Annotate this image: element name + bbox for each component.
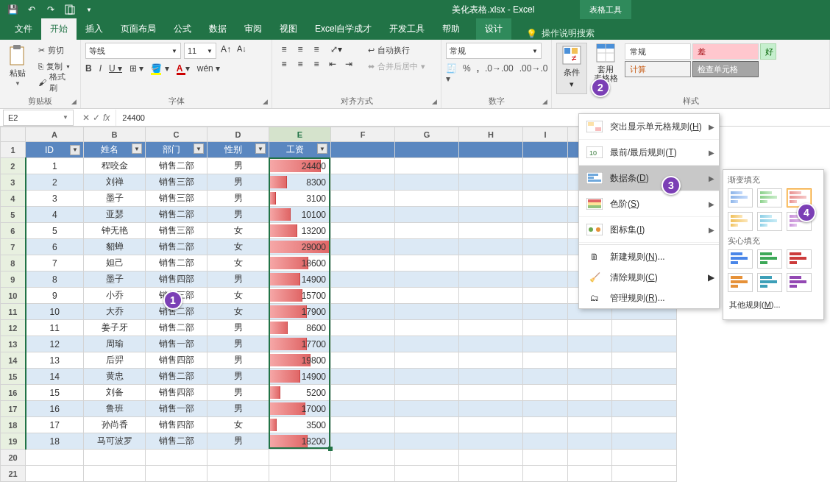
merge-button[interactable]: ⬌ 合并后居中 ▾ [363, 59, 430, 74]
underline-button[interactable]: U ▾ [109, 63, 122, 74]
tab-insert[interactable]: 插入 [77, 18, 112, 40]
cell[interactable] [331, 207, 395, 223]
cell[interactable]: 1 [26, 158, 84, 174]
tab-review[interactable]: 审阅 [235, 18, 271, 40]
touch-icon[interactable] [60, 0, 79, 19]
cell[interactable] [395, 417, 459, 433]
cell[interactable] [459, 174, 523, 191]
row-header-17[interactable]: 17 [1, 401, 26, 417]
cell[interactable]: 男 [208, 191, 269, 207]
cell[interactable] [331, 385, 395, 401]
tab-formulas[interactable]: 公式 [165, 18, 200, 40]
cell[interactable] [459, 417, 523, 433]
cf-databar-item[interactable]: 数据条(D)▶ [579, 166, 719, 191]
cell[interactable]: 妲己 [84, 255, 146, 271]
cell[interactable] [459, 450, 523, 466]
bold-button[interactable]: B [85, 63, 92, 74]
cell[interactable] [84, 466, 146, 482]
cell[interactable] [395, 255, 459, 271]
cell[interactable]: 钟无艳 [84, 223, 146, 239]
cell[interactable]: 鲁班 [84, 401, 146, 417]
cell[interactable] [26, 466, 84, 482]
cell[interactable] [523, 369, 568, 385]
comma-icon[interactable]: , [477, 63, 479, 84]
cell[interactable] [395, 369, 459, 385]
row-header-2[interactable]: 2 [1, 158, 26, 174]
align-center-icon[interactable]: ≡ [293, 57, 308, 71]
cell[interactable]: 刘禅 [84, 174, 146, 191]
cell[interactable] [612, 369, 677, 385]
cancel-icon[interactable]: ✕ [82, 113, 90, 123]
cut-button[interactable]: ✂ 剪切 [34, 43, 76, 57]
col-header-A[interactable]: A [26, 127, 84, 142]
col-header-G[interactable]: G [395, 127, 459, 142]
cell-salary[interactable]: 13200 [269, 223, 331, 239]
row-header-6[interactable]: 6 [1, 223, 26, 239]
cell[interactable] [523, 288, 568, 304]
cell[interactable]: 销售二部 [146, 369, 208, 385]
qa-customize-icon[interactable]: ▼ [79, 0, 99, 19]
cell[interactable]: 16 [26, 401, 84, 417]
cell[interactable] [84, 450, 146, 466]
italic-button[interactable]: I [99, 63, 102, 74]
cell[interactable] [568, 417, 612, 433]
cell-salary[interactable]: 14900 [269, 369, 331, 385]
font-size-select[interactable]: 11▼ [184, 43, 216, 59]
filter-icon[interactable]: ▼ [70, 145, 80, 155]
cell[interactable] [523, 174, 568, 191]
cell[interactable] [331, 417, 395, 433]
cell[interactable]: 销售一部 [146, 401, 208, 417]
cell[interactable]: 女 [208, 304, 269, 320]
cell[interactable]: 男 [208, 320, 269, 336]
cell[interactable] [612, 450, 677, 466]
cell[interactable] [331, 142, 395, 158]
border-button[interactable]: ⊞ ▾ [130, 63, 143, 74]
cell-salary[interactable]: 15700 [269, 288, 331, 304]
align-right-icon[interactable]: ≡ [309, 57, 324, 71]
indent-dec-icon[interactable]: ⇤ [325, 57, 340, 71]
cell[interactable] [331, 174, 395, 191]
row-header-4[interactable]: 4 [1, 191, 26, 207]
align-top-icon[interactable]: ≡ [277, 43, 291, 56]
cell[interactable] [459, 320, 523, 336]
cell[interactable]: 销售三部 [146, 223, 208, 239]
cell[interactable]: 2 [26, 174, 84, 191]
col-header-E[interactable]: E [269, 127, 331, 142]
cell[interactable] [459, 433, 523, 450]
cell[interactable]: 3 [26, 191, 84, 207]
style-good[interactable]: 好 [760, 43, 776, 60]
cell[interactable] [523, 336, 568, 352]
cell[interactable] [523, 239, 568, 255]
cell[interactable]: 女 [208, 288, 269, 304]
name-box[interactable]: E2▼ [3, 110, 74, 126]
row-header-5[interactable]: 5 [1, 207, 26, 223]
cell[interactable] [459, 142, 523, 158]
cell-salary[interactable]: 17000 [269, 401, 331, 417]
cell[interactable] [523, 207, 568, 223]
cell[interactable]: 7 [26, 255, 84, 271]
tab-layout[interactable]: 页面布局 [112, 18, 165, 40]
cell[interactable]: 销售二部 [146, 255, 208, 271]
cell[interactable] [459, 207, 523, 223]
row-header-20[interactable]: 20 [1, 450, 26, 466]
inc-dec-icon[interactable]: .0→.00 [485, 63, 514, 84]
style-bad[interactable]: 差 [692, 43, 759, 60]
cell[interactable] [331, 320, 395, 336]
cell[interactable]: 男 [208, 174, 269, 191]
col-header-H[interactable]: H [459, 127, 523, 142]
cell[interactable]: 18 [26, 433, 84, 450]
tab-dev[interactable]: 开发工具 [380, 18, 433, 40]
tab-home[interactable]: 开始 [41, 18, 77, 40]
cf-manage-item[interactable]: 🗂管理规则(R)... [579, 288, 719, 308]
tab-view[interactable]: 视图 [271, 18, 306, 40]
cell[interactable]: 男 [208, 385, 269, 401]
databar-solid-5[interactable] [787, 273, 812, 292]
cell[interactable] [269, 466, 331, 482]
cell[interactable] [395, 401, 459, 417]
cell[interactable] [568, 352, 612, 369]
cell[interactable] [568, 433, 612, 450]
cf-clear-item[interactable]: 🧹清除规则(C)▶ [579, 267, 719, 288]
cell[interactable] [395, 207, 459, 223]
select-all-corner[interactable] [1, 127, 26, 142]
cell[interactable] [523, 255, 568, 271]
